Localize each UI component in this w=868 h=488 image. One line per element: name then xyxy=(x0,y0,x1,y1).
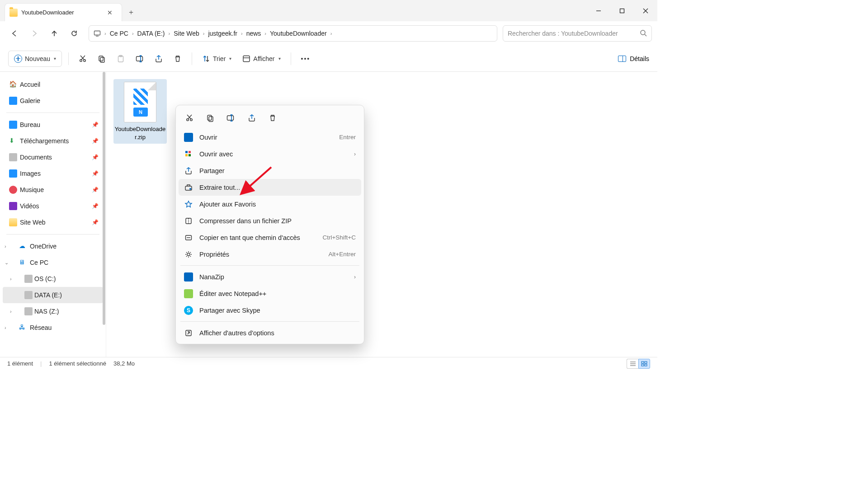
sidebar-item-drive-e[interactable]: DATA (E:) xyxy=(3,287,103,303)
sidebar-item-network[interactable]: ›🖧Réseau xyxy=(3,319,103,336)
ctx-item-nanazip[interactable]: NanaZip › xyxy=(179,268,361,285)
rename-button[interactable] xyxy=(132,51,147,67)
plus-icon xyxy=(14,55,22,63)
crumb-segment[interactable]: DATA (E:) xyxy=(137,30,166,37)
close-button[interactable] xyxy=(634,0,657,21)
sidebar-item-desktop[interactable]: Bureau📌 xyxy=(3,117,103,133)
sidebar-item-documents[interactable]: Documents📌 xyxy=(3,149,103,165)
sidebar-scrollbar[interactable] xyxy=(102,72,106,357)
ctx-copy-button[interactable] xyxy=(204,112,217,124)
ctx-item-label: Copier en tant que chemin d'accès xyxy=(199,234,300,241)
crumb-segment[interactable]: news xyxy=(245,30,262,37)
breadcrumb[interactable]: › Ce PC › DATA (E:) › Site Web › justgee… xyxy=(89,25,497,42)
ctx-item-favorite[interactable]: Ajouter aux Favoris xyxy=(179,196,361,212)
sort-button[interactable]: Trier▾ xyxy=(198,51,235,67)
more-options-icon xyxy=(184,328,193,338)
ctx-item-label: Ouvrir avec xyxy=(199,150,233,158)
svg-point-9 xyxy=(84,59,86,61)
back-button[interactable] xyxy=(5,25,24,42)
sidebar-item-label: OneDrive xyxy=(30,243,57,250)
sidebar-item-music[interactable]: Musique📌 xyxy=(3,182,103,198)
sidebar-item-siteweb[interactable]: Site Web📌 xyxy=(3,214,103,230)
file-item[interactable]: N YoutubeDownloader.zip xyxy=(113,79,167,144)
svg-rect-1 xyxy=(620,9,624,13)
openwith-icon xyxy=(184,150,193,159)
separator xyxy=(68,52,69,65)
svg-point-29 xyxy=(187,119,189,121)
tab-close-button[interactable]: ✕ xyxy=(104,9,116,16)
ctx-item-open-with[interactable]: Ouvrir avec › xyxy=(179,145,361,162)
window-tab[interactable]: YoutubeDownloader ✕ xyxy=(5,3,122,21)
up-button[interactable] xyxy=(45,25,63,42)
crumb-segment[interactable]: Site Web xyxy=(173,30,200,37)
rename-icon xyxy=(136,55,144,63)
ctx-rename-button[interactable] xyxy=(225,112,237,124)
crumb-segment[interactable]: YoutubeDownloader xyxy=(269,30,328,37)
ctx-share-button[interactable] xyxy=(245,112,258,124)
ctx-item-open[interactable]: Ouvrir Entrer xyxy=(179,129,361,145)
tiles-view-button[interactable] xyxy=(638,359,650,369)
ctx-item-more-options[interactable]: Afficher d'autres d'options xyxy=(179,324,361,341)
crumb-segment[interactable]: Ce PC xyxy=(109,30,129,37)
forward-button[interactable] xyxy=(25,25,43,42)
svg-rect-33 xyxy=(208,115,212,120)
videos-icon xyxy=(9,202,17,210)
share-button[interactable] xyxy=(151,51,166,67)
separator xyxy=(192,52,192,65)
open-icon xyxy=(184,133,193,142)
minimize-button[interactable] xyxy=(587,0,610,21)
new-tab-button[interactable]: ＋ xyxy=(122,3,140,21)
svg-point-8 xyxy=(80,59,82,61)
sidebar-item-images[interactable]: Images📌 xyxy=(3,165,103,182)
cut-icon xyxy=(79,55,87,63)
cut-button[interactable] xyxy=(75,51,90,67)
sidebar-item-label: Accueil xyxy=(20,81,40,88)
chevron-down-icon: ▾ xyxy=(278,56,281,61)
sidebar-item-videos[interactable]: Vidéos📌 xyxy=(3,198,103,214)
copy-button[interactable] xyxy=(94,51,109,67)
sidebar-item-drive-z[interactable]: ›NAS (Z:) xyxy=(3,303,103,319)
sidebar-item-onedrive[interactable]: ›☁OneDrive xyxy=(3,238,103,254)
context-quick-actions xyxy=(179,108,361,129)
chevron-right-icon: › xyxy=(5,325,6,330)
sidebar-item-label: Documents xyxy=(20,154,52,161)
ctx-delete-button[interactable] xyxy=(266,112,279,124)
ctx-item-skype[interactable]: S Partager avec Skype xyxy=(179,302,361,319)
sidebar-item-downloads[interactable]: ⬇Téléchargements📌 xyxy=(3,133,103,149)
sidebar-item-label: Galerie xyxy=(20,97,40,104)
nanazip-icon xyxy=(184,272,193,282)
list-view-button[interactable] xyxy=(627,359,638,369)
ctx-item-label: Extraire tout... xyxy=(199,184,240,191)
zip-tag: N xyxy=(133,108,148,117)
more-button[interactable]: ••• xyxy=(297,51,314,67)
ctx-item-compress-zip[interactable]: Compresser dans un fichier ZIP xyxy=(179,212,361,229)
chevron-right-icon: › xyxy=(166,31,173,36)
chevron-right-icon: › xyxy=(354,274,356,280)
ctx-item-label: Partager xyxy=(199,167,225,174)
delete-button[interactable] xyxy=(170,51,185,67)
crumb-segment[interactable]: justgeek.fr xyxy=(207,30,238,37)
sidebar-item-thispc[interactable]: ⌄🖥Ce PC xyxy=(3,254,103,271)
sidebar-item-home[interactable]: 🏠Accueil xyxy=(3,76,103,93)
pin-icon: 📌 xyxy=(92,154,99,160)
ctx-item-copy-as-path[interactable]: Copier en tant que chemin d'accès Ctrl+S… xyxy=(179,229,361,246)
sidebar-item-gallery[interactable]: Galerie xyxy=(3,93,103,109)
refresh-button[interactable] xyxy=(65,25,83,42)
ctx-cut-button[interactable] xyxy=(183,112,196,124)
ctx-item-notepadpp[interactable]: Éditer avec Notepad++ xyxy=(179,285,361,302)
sidebar-item-label: Images xyxy=(20,170,41,177)
ctx-item-properties[interactable]: Propriétés Alt+Entrer xyxy=(179,246,361,263)
view-button[interactable]: Afficher▾ xyxy=(239,51,284,67)
search-input[interactable]: Rechercher dans : YoutubeDownloader xyxy=(503,25,652,42)
paste-button[interactable] xyxy=(113,51,128,67)
maximize-button[interactable] xyxy=(610,0,634,21)
details-pane-button[interactable]: Détails xyxy=(618,55,649,62)
downloads-icon: ⬇ xyxy=(9,137,17,145)
ctx-shortcut: Ctrl+Shift+C xyxy=(322,234,356,241)
share-icon xyxy=(155,55,163,63)
ctx-item-label: Propriétés xyxy=(199,251,229,258)
scrollbar-thumb[interactable] xyxy=(103,72,105,325)
chevron-right-icon: › xyxy=(10,276,12,282)
sidebar-item-drive-c[interactable]: ›OS (C:) xyxy=(3,271,103,287)
new-button[interactable]: Nouveau ▾ xyxy=(8,51,62,67)
